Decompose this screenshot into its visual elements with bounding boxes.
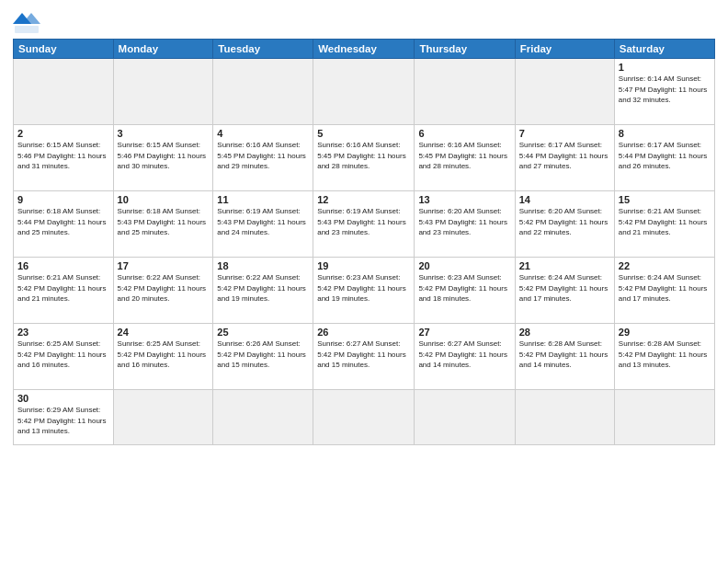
svg-rect-2 [15,26,39,33]
week-row-2: 9Sunrise: 6:18 AM Sunset: 5:44 PM Daylig… [14,191,715,258]
day-number: 25 [217,327,309,338]
calendar-cell: 25Sunrise: 6:26 AM Sunset: 5:42 PM Dayli… [213,324,313,390]
day-info: Sunrise: 6:24 AM Sunset: 5:42 PM Dayligh… [519,272,610,304]
calendar-cell [415,390,515,445]
calendar-cell: 6Sunrise: 6:16 AM Sunset: 5:45 PM Daylig… [415,125,515,191]
day-number: 1 [619,62,711,73]
day-info: Sunrise: 6:28 AM Sunset: 5:42 PM Dayligh… [619,339,711,371]
day-number: 2 [17,128,109,139]
calendar-cell: 12Sunrise: 6:19 AM Sunset: 5:43 PM Dayli… [313,191,415,258]
day-number: 11 [217,194,309,205]
day-number: 12 [317,194,410,205]
day-info: Sunrise: 6:28 AM Sunset: 5:42 PM Dayligh… [519,339,610,371]
day-number: 19 [317,260,410,271]
day-info: Sunrise: 6:21 AM Sunset: 5:42 PM Dayligh… [619,206,711,238]
calendar-cell [113,390,213,445]
calendar-cell: 30Sunrise: 6:29 AM Sunset: 5:42 PM Dayli… [14,390,114,445]
calendar-cell [213,59,313,125]
week-row-0: 1Sunrise: 6:14 AM Sunset: 5:47 PM Daylig… [14,59,715,125]
day-info: Sunrise: 6:23 AM Sunset: 5:42 PM Dayligh… [418,272,510,304]
calendar-cell: 22Sunrise: 6:24 AM Sunset: 5:42 PM Dayli… [614,258,714,324]
day-info: Sunrise: 6:16 AM Sunset: 5:45 PM Dayligh… [418,140,510,172]
day-info: Sunrise: 6:22 AM Sunset: 5:42 PM Dayligh… [217,272,309,304]
calendar-cell: 23Sunrise: 6:25 AM Sunset: 5:42 PM Dayli… [14,324,114,390]
day-number: 20 [418,260,510,271]
day-info: Sunrise: 6:26 AM Sunset: 5:42 PM Dayligh… [217,339,309,371]
calendar-cell [313,390,415,445]
calendar-cell: 13Sunrise: 6:20 AM Sunset: 5:43 PM Dayli… [415,191,515,258]
day-number: 30 [17,393,109,404]
day-number: 17 [118,260,210,271]
day-number: 27 [418,327,510,338]
day-number: 7 [519,128,610,139]
calendar-cell [614,390,714,445]
day-info: Sunrise: 6:18 AM Sunset: 5:43 PM Dayligh… [118,206,210,238]
day-number: 4 [217,128,309,139]
calendar-cell [113,59,213,125]
day-info: Sunrise: 6:15 AM Sunset: 5:46 PM Dayligh… [118,140,210,172]
weekday-header-friday: Friday [515,40,614,59]
day-info: Sunrise: 6:27 AM Sunset: 5:42 PM Dayligh… [317,339,410,371]
logo-icon [13,13,40,35]
day-number: 21 [519,260,610,271]
page: SundayMondayTuesdayWednesdayThursdayFrid… [0,0,728,563]
day-info: Sunrise: 6:14 AM Sunset: 5:47 PM Dayligh… [619,74,711,106]
calendar-cell: 17Sunrise: 6:22 AM Sunset: 5:42 PM Dayli… [113,258,213,324]
calendar-cell: 20Sunrise: 6:23 AM Sunset: 5:42 PM Dayli… [415,258,515,324]
day-number: 5 [317,128,410,139]
calendar-cell: 18Sunrise: 6:22 AM Sunset: 5:42 PM Dayli… [213,258,313,324]
day-info: Sunrise: 6:22 AM Sunset: 5:42 PM Dayligh… [118,272,210,304]
day-info: Sunrise: 6:23 AM Sunset: 5:42 PM Dayligh… [317,272,410,304]
calendar-cell: 27Sunrise: 6:27 AM Sunset: 5:42 PM Dayli… [415,324,515,390]
calendar-cell: 19Sunrise: 6:23 AM Sunset: 5:42 PM Dayli… [313,258,415,324]
calendar: SundayMondayTuesdayWednesdayThursdayFrid… [13,39,715,445]
day-info: Sunrise: 6:18 AM Sunset: 5:44 PM Dayligh… [17,206,109,238]
day-info: Sunrise: 6:20 AM Sunset: 5:43 PM Dayligh… [418,206,510,238]
calendar-cell: 5Sunrise: 6:16 AM Sunset: 5:45 PM Daylig… [313,125,415,191]
weekday-header-wednesday: Wednesday [313,40,415,59]
week-row-1: 2Sunrise: 6:15 AM Sunset: 5:46 PM Daylig… [14,125,715,191]
calendar-cell: 8Sunrise: 6:17 AM Sunset: 5:44 PM Daylig… [614,125,714,191]
calendar-cell: 15Sunrise: 6:21 AM Sunset: 5:42 PM Dayli… [614,191,714,258]
day-info: Sunrise: 6:15 AM Sunset: 5:46 PM Dayligh… [17,140,109,172]
day-info: Sunrise: 6:27 AM Sunset: 5:42 PM Dayligh… [418,339,510,371]
day-number: 18 [217,260,309,271]
calendar-cell: 24Sunrise: 6:25 AM Sunset: 5:42 PM Dayli… [113,324,213,390]
weekday-header-saturday: Saturday [614,40,714,59]
calendar-cell [515,390,614,445]
day-info: Sunrise: 6:17 AM Sunset: 5:44 PM Dayligh… [619,140,711,172]
day-number: 24 [118,327,210,338]
day-info: Sunrise: 6:25 AM Sunset: 5:42 PM Dayligh… [17,339,109,371]
calendar-cell: 29Sunrise: 6:28 AM Sunset: 5:42 PM Dayli… [614,324,714,390]
calendar-cell: 7Sunrise: 6:17 AM Sunset: 5:44 PM Daylig… [515,125,614,191]
day-info: Sunrise: 6:25 AM Sunset: 5:42 PM Dayligh… [118,339,210,371]
day-number: 15 [619,194,711,205]
weekday-header-monday: Monday [113,40,213,59]
calendar-cell [213,390,313,445]
day-number: 23 [17,327,109,338]
header [13,9,715,35]
calendar-cell: 4Sunrise: 6:16 AM Sunset: 5:45 PM Daylig… [213,125,313,191]
weekday-header-row: SundayMondayTuesdayWednesdayThursdayFrid… [14,40,715,59]
day-number: 10 [118,194,210,205]
calendar-cell [515,59,614,125]
day-number: 6 [418,128,510,139]
day-number: 14 [519,194,610,205]
day-number: 8 [619,128,711,139]
day-number: 26 [317,327,410,338]
calendar-cell [14,59,114,125]
calendar-cell: 16Sunrise: 6:21 AM Sunset: 5:42 PM Dayli… [14,258,114,324]
day-info: Sunrise: 6:20 AM Sunset: 5:42 PM Dayligh… [519,206,610,238]
calendar-cell: 11Sunrise: 6:19 AM Sunset: 5:43 PM Dayli… [213,191,313,258]
calendar-cell: 2Sunrise: 6:15 AM Sunset: 5:46 PM Daylig… [14,125,114,191]
calendar-cell [415,59,515,125]
weekday-header-tuesday: Tuesday [213,40,313,59]
logo [13,13,44,35]
day-number: 16 [17,260,109,271]
weekday-header-thursday: Thursday [415,40,515,59]
calendar-cell: 1Sunrise: 6:14 AM Sunset: 5:47 PM Daylig… [614,59,714,125]
day-number: 9 [17,194,109,205]
week-row-3: 16Sunrise: 6:21 AM Sunset: 5:42 PM Dayli… [14,258,715,324]
day-info: Sunrise: 6:16 AM Sunset: 5:45 PM Dayligh… [317,140,410,172]
day-number: 22 [619,260,711,271]
